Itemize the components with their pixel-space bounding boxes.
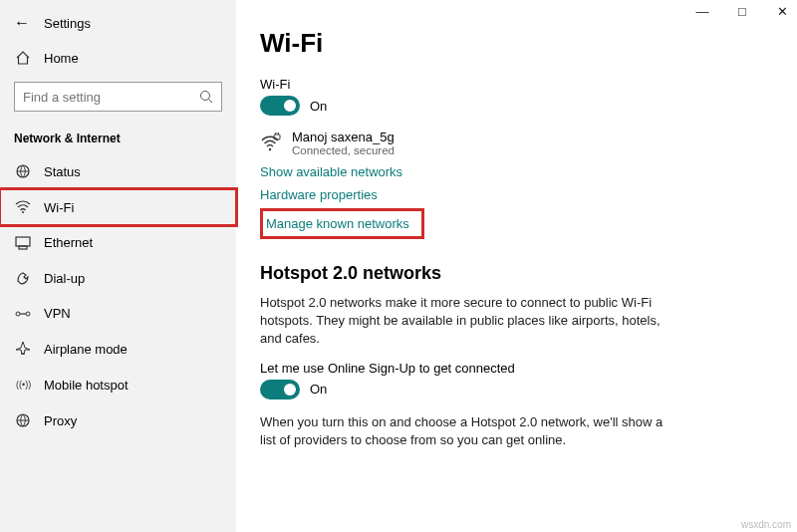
watermark: wsxdn.com	[741, 519, 791, 530]
ethernet-icon	[14, 236, 32, 250]
main-content: Wi-Fi Wi-Fi On Manoj saxena_5g Connected…	[236, 0, 797, 532]
wifi-icon	[14, 199, 32, 215]
signup-toggle-row: On	[260, 380, 765, 399]
wifi-secure-icon	[260, 133, 282, 154]
hotspot-description: Hotspot 2.0 networks make it more secure…	[260, 294, 678, 349]
app-title: Settings	[44, 16, 91, 31]
sidebar-item-label: Proxy	[44, 413, 77, 428]
svg-rect-4	[16, 237, 30, 246]
wifi-toggle-state: On	[310, 99, 327, 114]
hotspot-heading: Hotspot 2.0 networks	[260, 263, 765, 284]
wifi-label: Wi-Fi	[260, 77, 765, 92]
sidebar-item-dialup[interactable]: Dial-up	[0, 260, 236, 296]
home-button[interactable]: Home	[0, 42, 236, 74]
link-show-available[interactable]: Show available networks	[260, 164, 765, 179]
sidebar-item-label: Wi-Fi	[44, 200, 74, 215]
sidebar-item-proxy[interactable]: Proxy	[0, 402, 236, 438]
sidebar-item-ethernet[interactable]: Ethernet	[0, 225, 236, 260]
network-name: Manoj saxena_5g	[292, 130, 395, 144]
search-box[interactable]	[14, 82, 222, 112]
minimize-icon[interactable]: —	[691, 4, 713, 19]
link-manage-known-networks[interactable]: Manage known networks	[260, 208, 424, 239]
home-icon	[14, 50, 32, 66]
vpn-icon	[14, 307, 32, 321]
wifi-toggle[interactable]	[260, 96, 300, 116]
svg-text:((•)): ((•))	[16, 380, 31, 390]
header-row: ← Settings	[0, 10, 236, 42]
svg-point-6	[16, 312, 20, 316]
svg-point-11	[269, 147, 271, 149]
maximize-icon[interactable]: □	[731, 4, 753, 19]
network-status: Connected, secured	[292, 144, 395, 156]
svg-point-3	[22, 211, 24, 213]
home-label: Home	[44, 51, 79, 66]
svg-rect-5	[19, 246, 27, 249]
sidebar-item-label: Mobile hotspot	[44, 378, 129, 393]
proxy-icon	[14, 412, 32, 428]
sidebar-item-label: Ethernet	[44, 235, 93, 250]
window-controls: — □ ✕	[691, 4, 793, 19]
current-network: Manoj saxena_5g Connected, secured	[260, 130, 765, 156]
wifi-toggle-row: On	[260, 96, 765, 116]
status-icon	[14, 163, 32, 179]
signup-toggle-state: On	[310, 382, 327, 397]
svg-point-7	[26, 312, 30, 316]
dialup-icon	[14, 270, 32, 286]
sidebar: ← Settings Home Network & Internet Statu…	[0, 0, 236, 532]
sidebar-category: Network & Internet	[0, 120, 236, 153]
sidebar-item-label: Dial-up	[44, 271, 85, 286]
sidebar-item-label: Airplane mode	[44, 342, 128, 357]
sidebar-item-status[interactable]: Status	[0, 153, 236, 189]
sidebar-item-vpn[interactable]: VPN	[0, 296, 236, 331]
search-icon	[199, 90, 213, 104]
page-title: Wi-Fi	[260, 28, 765, 59]
svg-point-0	[201, 92, 210, 101]
signup-description: When you turn this on and choose a Hotsp…	[260, 413, 678, 449]
airplane-icon	[14, 341, 32, 357]
close-icon[interactable]: ✕	[771, 4, 793, 19]
sidebar-item-wifi[interactable]: Wi-Fi	[0, 189, 236, 225]
sidebar-item-hotspot[interactable]: ((•)) Mobile hotspot	[0, 367, 236, 402]
svg-line-1	[209, 100, 213, 104]
signup-label: Let me use Online Sign-Up to get connect…	[260, 361, 765, 376]
hotspot-icon: ((•))	[14, 377, 32, 393]
search-input[interactable]	[23, 90, 192, 105]
link-hardware-properties[interactable]: Hardware properties	[260, 187, 765, 202]
signup-toggle[interactable]	[260, 380, 300, 399]
sidebar-item-airplane[interactable]: Airplane mode	[0, 331, 236, 367]
sidebar-item-label: Status	[44, 164, 81, 179]
sidebar-item-label: VPN	[44, 306, 71, 321]
back-icon[interactable]: ←	[14, 14, 30, 32]
